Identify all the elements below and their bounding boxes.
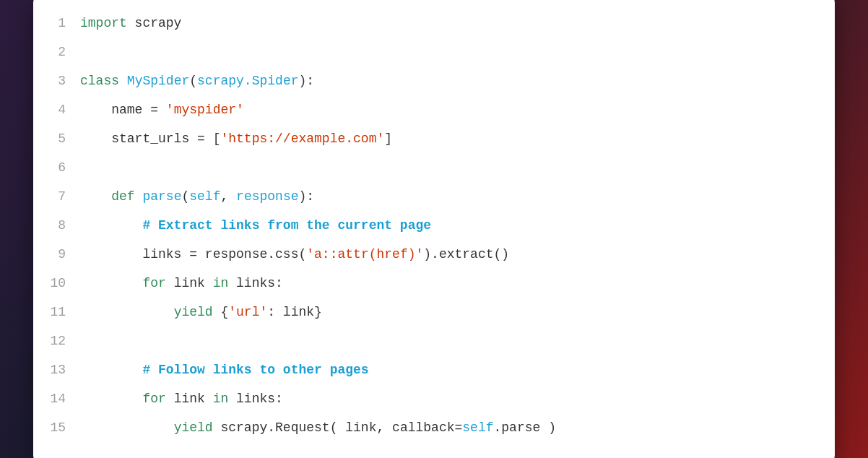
line-number: 2 bbox=[48, 38, 80, 66]
line-number: 9 bbox=[48, 240, 80, 269]
token-kw-class: class bbox=[80, 74, 119, 88]
line-number: 4 bbox=[48, 95, 80, 124]
line-content: # Follow links to other pages bbox=[80, 355, 369, 384]
code-line: 15 yield scrapy.Request( link, callback=… bbox=[48, 413, 813, 442]
token-string: 'a::attr(href)' bbox=[306, 247, 423, 262]
token-normal bbox=[80, 189, 111, 204]
token-normal bbox=[80, 420, 174, 435]
line-number: 3 bbox=[48, 66, 80, 95]
token-comment: # Extract links from the current page bbox=[80, 218, 431, 233]
line-number: 5 bbox=[48, 124, 80, 153]
line-content: # Extract links from the current page bbox=[80, 211, 431, 240]
token-normal: links: bbox=[228, 392, 283, 406]
code-line: 8 # Extract links from the current page bbox=[48, 211, 813, 240]
code-line: 10 for link in links: bbox=[48, 269, 813, 298]
token-normal: scrapy.Request( link, callback= bbox=[213, 420, 463, 435]
line-number: 6 bbox=[48, 153, 80, 182]
token-normal: : link} bbox=[267, 305, 322, 319]
line-content: for link in links: bbox=[80, 384, 283, 413]
token-normal: name = bbox=[80, 103, 166, 117]
code-line: 9 links = response.css('a::attr(href)').… bbox=[48, 240, 813, 269]
token-normal: ( bbox=[181, 189, 189, 204]
code-line: 7 def parse(self, response): bbox=[48, 182, 813, 211]
line-content: name = 'myspider' bbox=[80, 95, 244, 124]
code-line: 2 bbox=[48, 38, 813, 66]
token-class-name: MySpider bbox=[127, 74, 189, 88]
token-string: 'url' bbox=[228, 305, 267, 319]
token-normal: start_urls = [ bbox=[80, 131, 220, 146]
token-normal bbox=[80, 276, 142, 290]
token-kw-in: in bbox=[213, 276, 229, 290]
token-normal: ): bbox=[299, 74, 315, 88]
line-number: 11 bbox=[48, 298, 80, 327]
token-kw-in: in bbox=[213, 392, 229, 406]
line-number: 7 bbox=[48, 182, 80, 211]
token-normal: , bbox=[220, 189, 236, 204]
token-normal bbox=[80, 392, 142, 406]
line-content: def parse(self, response): bbox=[80, 182, 314, 211]
token-kw-for: for bbox=[142, 276, 165, 290]
line-number: 10 bbox=[48, 269, 80, 298]
token-kw-for: for bbox=[142, 392, 165, 406]
token-builtin: response bbox=[236, 189, 298, 204]
line-content: yield scrapy.Request( link, callback=sel… bbox=[80, 413, 556, 442]
line-number: 1 bbox=[48, 9, 80, 38]
token-builtin: self bbox=[189, 189, 220, 204]
line-content: import scrapy bbox=[80, 9, 181, 38]
token-normal: ): bbox=[299, 189, 315, 204]
token-normal: ] bbox=[384, 131, 392, 146]
token-normal: { bbox=[213, 305, 229, 319]
token-normal bbox=[119, 74, 127, 88]
code-container: 1import scrapy23class MySpider(scrapy.Sp… bbox=[33, 0, 835, 458]
code-line: 5 start_urls = ['https://example.com'] bbox=[48, 124, 813, 153]
code-line: 12 bbox=[48, 327, 813, 355]
code-line: 6 bbox=[48, 153, 813, 182]
code-line: 4 name = 'myspider' bbox=[48, 95, 813, 124]
token-normal bbox=[80, 305, 174, 319]
line-number: 13 bbox=[48, 355, 80, 384]
token-method-name: parse bbox=[142, 189, 181, 204]
token-normal: ( bbox=[189, 74, 197, 88]
code-line: 14 for link in links: bbox=[48, 384, 813, 413]
token-normal bbox=[135, 189, 143, 204]
token-string: 'myspider' bbox=[166, 103, 244, 117]
token-comment: # Follow links to other pages bbox=[80, 363, 369, 377]
line-content: for link in links: bbox=[80, 269, 283, 298]
code-line: 1import scrapy bbox=[48, 9, 813, 38]
token-normal: ).extract() bbox=[423, 247, 509, 262]
token-normal: links: bbox=[228, 276, 283, 290]
token-normal: .parse ) bbox=[494, 420, 556, 435]
token-string: 'https://example.com' bbox=[220, 131, 384, 146]
code-line: 11 yield {'url': link} bbox=[48, 298, 813, 327]
token-normal: links = response.css( bbox=[80, 247, 306, 262]
line-number: 8 bbox=[48, 211, 80, 240]
token-kw-import: import bbox=[80, 16, 127, 30]
token-normal: link bbox=[166, 276, 213, 290]
token-normal: scrapy bbox=[127, 16, 182, 30]
token-kw-yield: yield bbox=[174, 420, 213, 435]
line-content: class MySpider(scrapy.Spider): bbox=[80, 66, 314, 95]
code-line: 3class MySpider(scrapy.Spider): bbox=[48, 66, 813, 95]
token-parent-class: scrapy.Spider bbox=[197, 74, 298, 88]
line-number: 12 bbox=[48, 327, 80, 355]
line-content: start_urls = ['https://example.com'] bbox=[80, 124, 392, 153]
code-line: 13 # Follow links to other pages bbox=[48, 355, 813, 384]
line-content: links = response.css('a::attr(href)').ex… bbox=[80, 240, 509, 269]
line-content: yield {'url': link} bbox=[80, 298, 322, 327]
code-block: 1import scrapy23class MySpider(scrapy.Sp… bbox=[48, 9, 813, 442]
token-kw-def: def bbox=[111, 189, 134, 204]
line-number: 15 bbox=[48, 413, 80, 442]
token-kw-yield: yield bbox=[174, 305, 213, 319]
token-normal: link bbox=[166, 392, 213, 406]
token-builtin: self bbox=[462, 420, 493, 435]
line-number: 14 bbox=[48, 384, 80, 413]
